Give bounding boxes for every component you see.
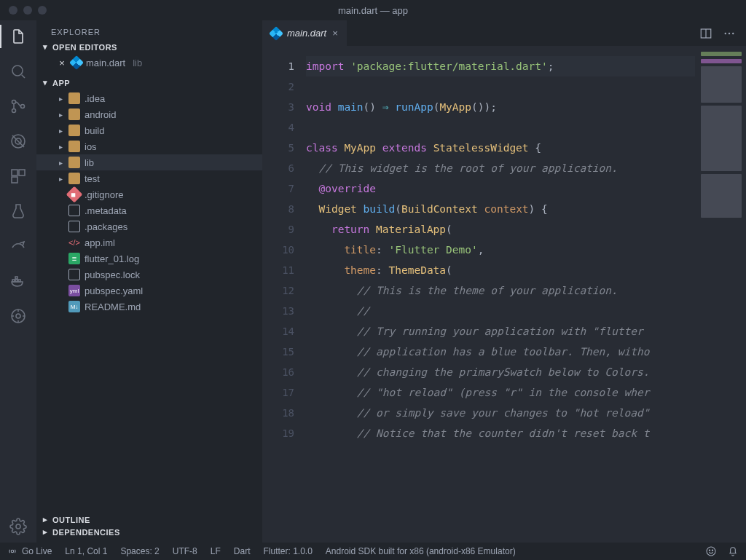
file-item[interactable]: M↓README.md	[36, 299, 262, 315]
chevron-right-icon: ▸	[57, 175, 64, 183]
svg-point-15	[16, 524, 20, 529]
svg-point-2	[12, 109, 16, 113]
chevron-right-icon: ▸	[41, 515, 50, 524]
folder-item[interactable]: ▸lib	[36, 154, 262, 170]
folder-item[interactable]: ▸build	[36, 122, 262, 138]
chevron-right-icon: ▸	[57, 95, 64, 103]
file-item[interactable]: </>app.iml	[36, 234, 262, 251]
chevron-down-icon: ▾	[41, 42, 50, 52]
close-window-button[interactable]	[9, 6, 17, 15]
split-editor-icon[interactable]	[699, 27, 712, 40]
gitlens-icon[interactable]	[8, 306, 28, 326]
file-item[interactable]: ≡flutter_01.log	[36, 251, 262, 267]
settings-gear-icon[interactable]	[8, 516, 28, 537]
svg-point-17	[725, 32, 726, 33]
tree-item-label: README.md	[85, 301, 141, 312]
tree-item-label: build	[85, 125, 104, 136]
editor-body[interactable]: 12345678910111213141516171819 import 'pa…	[262, 46, 746, 543]
code-content[interactable]: import 'package:flutter/material.dart'; …	[306, 46, 695, 543]
close-tab-icon[interactable]: ×	[332, 28, 338, 39]
file-icon	[68, 205, 80, 216]
project-label: APP	[52, 79, 70, 87]
source-control-icon[interactable]	[8, 96, 28, 117]
traffic-lights	[0, 6, 47, 15]
outline-section[interactable]: ▸ OUTLINE	[36, 513, 262, 526]
folder-icon	[68, 173, 80, 184]
file-item[interactable]: ymlpubspec.yaml	[36, 283, 262, 299]
language-mode[interactable]: Dart	[234, 546, 251, 556]
notifications-icon[interactable]	[727, 545, 739, 557]
folder-icon	[68, 157, 80, 168]
folder-item[interactable]: ▸test	[36, 170, 262, 186]
tree-item-label: ios	[85, 141, 97, 152]
search-icon[interactable]	[8, 61, 28, 82]
extensions-icon[interactable]	[8, 166, 28, 186]
dart-file-icon	[71, 58, 82, 68]
open-editors-section[interactable]: ▾ OPEN EDITORS	[36, 41, 262, 53]
maximize-window-button[interactable]	[38, 6, 47, 15]
line-number-gutter: 12345678910111213141516171819	[262, 46, 306, 543]
markdown-icon: M↓	[68, 301, 80, 312]
project-section[interactable]: ▾ APP	[36, 76, 262, 89]
tree-item-label: .idea	[85, 93, 105, 104]
eol-status[interactable]: LF	[211, 546, 221, 556]
svg-rect-7	[19, 170, 25, 176]
feedback-icon[interactable]	[705, 545, 717, 557]
svg-point-3	[21, 105, 25, 109]
folder-item[interactable]: ▸ios	[36, 138, 262, 154]
activity-bar	[0, 20, 36, 543]
svg-point-14	[16, 314, 20, 318]
open-editor-folder: lib	[133, 58, 142, 68]
dependencies-label: DEPENDENCIES	[52, 528, 120, 537]
minimize-window-button[interactable]	[23, 6, 32, 15]
flutter-version[interactable]: Flutter: 1.0.0	[263, 546, 312, 556]
svg-point-18	[729, 32, 730, 33]
more-actions-icon[interactable]	[723, 27, 736, 40]
svg-point-20	[11, 550, 14, 553]
svg-point-23	[712, 550, 712, 551]
close-editor-icon[interactable]: ×	[57, 58, 67, 68]
test-icon[interactable]	[8, 201, 28, 221]
open-editors-label: OPEN EDITORS	[52, 43, 117, 52]
minimap[interactable]	[695, 46, 746, 543]
dependencies-section[interactable]: ▸ DEPENDENCIES	[36, 526, 262, 538]
file-item[interactable]: pubspec.lock	[36, 267, 262, 283]
tree-item-label: app.iml	[85, 237, 115, 248]
log-icon: ≡	[68, 253, 80, 264]
open-editor-item[interactable]: × main.dart lib	[36, 55, 262, 71]
file-item[interactable]: .packages	[36, 218, 262, 234]
tabs-row: main.dart ×	[262, 20, 746, 46]
debug-icon[interactable]	[8, 131, 28, 151]
yaml-icon: yml	[68, 285, 80, 296]
tree-item-label: lib	[85, 157, 94, 168]
chevron-right-icon: ▸	[57, 127, 64, 135]
code-icon: </>	[68, 237, 80, 248]
cursor-position[interactable]: Ln 1, Col 1	[65, 546, 107, 556]
svg-point-22	[709, 550, 710, 551]
chevron-down-icon: ▾	[41, 78, 50, 87]
open-editor-name: main.dart	[86, 58, 125, 68]
svg-rect-8	[12, 177, 17, 183]
file-item[interactable]: ◆.gitignore	[36, 186, 262, 202]
tree-item-label: .gitignore	[85, 189, 123, 200]
encoding-status[interactable]: UTF-8	[173, 546, 197, 556]
svg-point-21	[707, 547, 715, 556]
title-bar: main.dart — app	[0, 0, 746, 20]
live-share-icon[interactable]	[8, 236, 28, 256]
svg-point-19	[732, 32, 734, 33]
explorer-sidebar: EXPLORER ▾ OPEN EDITORS × main.dart lib …	[36, 20, 262, 543]
svg-point-1	[12, 100, 16, 104]
tree-item-label: pubspec.yaml	[85, 285, 143, 296]
chevron-right-icon: ▸	[57, 159, 64, 167]
folder-item[interactable]: ▸.idea	[36, 90, 262, 106]
tab-main-dart[interactable]: main.dart ×	[262, 20, 347, 46]
indentation-status[interactable]: Spaces: 2	[120, 546, 159, 556]
folder-icon	[68, 109, 80, 120]
explorer-icon[interactable]	[8, 26, 28, 47]
file-item[interactable]: .metadata	[36, 202, 262, 218]
device-selector[interactable]: Android SDK built for x86 (android-x86 E…	[326, 546, 516, 556]
chevron-right-icon: ▸	[41, 527, 50, 537]
docker-icon[interactable]	[8, 271, 28, 291]
go-live-button[interactable]: Go Live	[7, 546, 52, 556]
folder-item[interactable]: ▸android	[36, 106, 262, 122]
